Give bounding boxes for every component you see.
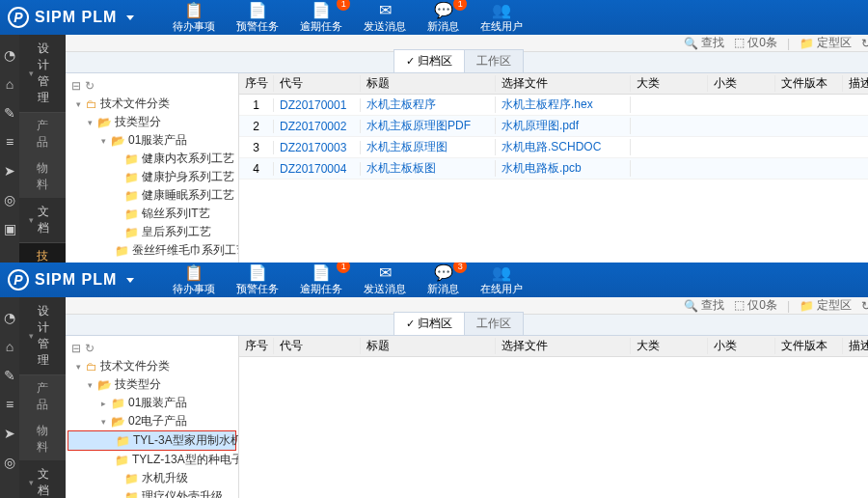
col-desc[interactable]: 描述	[843, 338, 868, 354]
col-sel[interactable]: 选择文件	[496, 75, 631, 92]
nav-icon: 👥	[492, 1, 511, 18]
tree-node[interactable]: ▾📂01服装产品	[68, 131, 236, 150]
tree-node[interactable]: 📁健康护身系列工艺	[68, 168, 236, 186]
nav-item[interactable]: 💬新消息1	[418, 0, 469, 36]
nav-item[interactable]: 📋待办事项	[163, 0, 225, 36]
refresh-icon[interactable]: ↻	[85, 79, 95, 93]
table-row[interactable]: 3DZ20170003水机主板原理图水机电路.SCHDOC	[239, 137, 868, 158]
logo[interactable]: P SIPM PLM	[8, 269, 134, 290]
sidebar-item-techfile[interactable]: 技术文件	[19, 243, 66, 263]
tree-node[interactable]: 📁蚕丝纤维毛巾系列工艺	[68, 241, 236, 260]
col-code[interactable]: 代号	[274, 338, 361, 354]
sidebar-item[interactable]: 物料	[19, 418, 66, 460]
sidebar-section-docs[interactable]: ▾文档	[19, 198, 66, 243]
col-code[interactable]: 代号	[274, 75, 361, 92]
tab-archive[interactable]: ✓ 归档区	[393, 49, 465, 72]
tree-node[interactable]: 📁水机升级	[68, 469, 236, 487]
grid-header: 序号 代号 标题 选择文件 大类 小类 文件版本 描述 缩图	[239, 336, 868, 357]
col-big[interactable]: 大类	[631, 75, 708, 92]
collapse-icon[interactable]: ⊟	[71, 79, 81, 93]
nav-item[interactable]: ✉发送消息	[354, 263, 416, 298]
search-button[interactable]: 🔍 查找	[684, 35, 724, 51]
book-icon[interactable]: ▣	[0, 219, 19, 238]
sidebar-section-design[interactable]: ▾设计管理	[19, 35, 66, 113]
col-sm[interactable]: 小类	[708, 75, 775, 92]
refresh-button[interactable]: ↻ 刷新	[861, 35, 868, 51]
nav-item[interactable]: 📋待办事项	[163, 263, 225, 298]
col-big[interactable]: 大类	[631, 338, 708, 354]
sidebar-item[interactable]: 产品	[19, 113, 66, 155]
tree-node[interactable]: 📁理疗仪外壳升级	[68, 487, 236, 498]
search-button[interactable]: 🔍 查找	[684, 297, 724, 314]
tree-node[interactable]: 📁健康睡眠系列工艺	[68, 186, 236, 205]
table-row[interactable]: 1DZ20170001水机主板程序水机主板程序.hex	[239, 95, 868, 116]
table-row[interactable]: 4DZ20170004水机主板板图水机电路板.pcb	[239, 158, 868, 180]
sidebar-section-design[interactable]: ▾设计管理	[19, 297, 66, 375]
col-ver[interactable]: 文件版本	[775, 75, 843, 92]
nav-icon: 📄	[248, 1, 267, 18]
tree-node-highlighted[interactable]: 📁TYL-3A型家用制水机	[68, 430, 236, 451]
col-title[interactable]: 标题	[361, 75, 496, 92]
nav-label: 新消息	[427, 19, 459, 34]
nav-item[interactable]: 📄逾期任务1	[290, 0, 352, 36]
edit-icon[interactable]: ✎	[0, 366, 19, 385]
tree-node[interactable]: ▾📂技类型分	[68, 113, 236, 131]
icon-bar: ◔ ⌂ ✎ ≡ ➤ ◎	[0, 297, 19, 498]
col-title[interactable]: 标题	[361, 338, 496, 354]
sidebar-section-docs[interactable]: ▾文档	[19, 460, 66, 498]
nav-item[interactable]: 💬新消息3	[418, 263, 469, 298]
col-seq[interactable]: 序号	[239, 338, 274, 354]
nav-label: 待办事项	[173, 282, 215, 296]
tree-node[interactable]: ▾📂02电子产品	[68, 412, 236, 430]
sidebar-item[interactable]: 物料	[19, 155, 66, 198]
col-ver[interactable]: 文件版本	[775, 338, 843, 354]
target-icon[interactable]: ◎	[0, 453, 19, 472]
nav-item[interactable]: 📄预警任务	[227, 0, 288, 36]
collapse-icon[interactable]: ⊟	[71, 342, 81, 355]
logo-text: SIPM PLM	[35, 271, 117, 289]
gauge-icon[interactable]: ◔	[0, 308, 19, 327]
home-icon[interactable]: ⌂	[0, 337, 19, 356]
tree-root[interactable]: ▾🗀技术文件分类	[68, 357, 236, 375]
db-icon[interactable]: ≡	[0, 132, 19, 152]
nav-item[interactable]: 📄逾期任务1	[290, 263, 352, 298]
nav-label: 在线用户	[480, 282, 523, 296]
home-icon[interactable]: ⌂	[0, 74, 19, 94]
col-sel[interactable]: 选择文件	[496, 338, 631, 354]
nav-item[interactable]: ✉发送消息	[354, 0, 416, 36]
tree-node[interactable]: ▾📂技类型分	[68, 375, 236, 394]
target-icon[interactable]: ◎	[0, 190, 19, 209]
sidebar-item[interactable]: 产品	[19, 375, 66, 418]
tree-node[interactable]: 📁锦丝系列IT艺	[68, 205, 236, 223]
tab-archive[interactable]: ✓ 归档区	[393, 312, 465, 335]
tab-work[interactable]: 工作区	[464, 49, 524, 72]
db-icon[interactable]: ≡	[0, 395, 19, 414]
gauge-icon[interactable]: ◔	[0, 45, 19, 65]
tree-node[interactable]: 📁健康内衣系列工艺	[68, 150, 236, 168]
nav-item[interactable]: 👥在线用户	[471, 263, 532, 298]
refresh-button[interactable]: ↻ 刷新	[861, 297, 868, 314]
tree-root[interactable]: ▾🗀技术文件分类	[68, 95, 236, 113]
nav-icon: 📄	[248, 263, 267, 281]
refresh-icon[interactable]: ↻	[85, 342, 95, 355]
nav-item[interactable]: 👥在线用户	[471, 0, 532, 36]
send-icon[interactable]: ➤	[0, 424, 19, 443]
tree-node[interactable]: ▸📁01服装产品	[68, 394, 236, 412]
nav-label: 发送消息	[364, 282, 406, 296]
col-seq[interactable]: 序号	[239, 75, 274, 92]
dingxing-button[interactable]: 📁 定型区	[800, 297, 852, 314]
col-sm[interactable]: 小类	[708, 338, 775, 354]
col-desc[interactable]: 描述	[843, 75, 868, 92]
logo[interactable]: P SIPM PLM	[8, 7, 134, 28]
tree-node[interactable]: 📁皇后系列工艺	[68, 223, 236, 241]
count-label: ⬚ 仅0条	[734, 35, 777, 51]
badge: 3	[453, 263, 467, 273]
tree-node[interactable]: 📁TYLZ-13A型的种电子理疗仪	[68, 451, 236, 469]
table-row[interactable]: 2DZ20170002水机主板原理图PDF水机原理图.pdf	[239, 116, 868, 137]
dingxing-button[interactable]: 📁 定型区	[800, 35, 852, 51]
send-icon[interactable]: ➤	[0, 161, 19, 180]
nav-item[interactable]: 📄预警任务	[227, 263, 288, 298]
tabs: ✓ 归档区 工作区	[66, 315, 868, 336]
edit-icon[interactable]: ✎	[0, 103, 19, 123]
tab-work[interactable]: 工作区	[464, 312, 524, 335]
